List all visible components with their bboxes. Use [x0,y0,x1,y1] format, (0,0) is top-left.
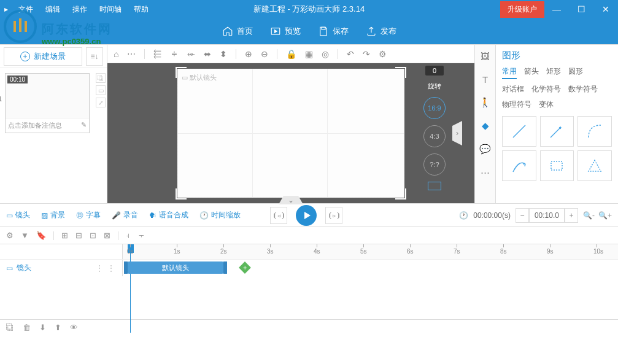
home-button[interactable]: 首页 [222,26,253,37]
target-icon[interactable]: ◎ [322,49,329,59]
time-increase[interactable]: + [565,208,578,223]
play-button[interactable] [296,205,317,226]
tl-split2-icon[interactable]: ⫟ [137,231,145,240]
copy-scene-icon[interactable]: ⿻ [96,73,106,83]
track-options-icon[interactable]: ⋮ ⋮ [96,264,116,273]
shape-triangle-dashed[interactable] [577,150,612,181]
expand-right-handle[interactable]: › [452,121,462,145]
menu-action[interactable]: 操作 [66,4,93,15]
tts-button[interactable]: 🗣语音合成 [149,210,188,220]
shape-tool-icon[interactable]: ◆ [478,118,493,133]
tl-bookmark-icon[interactable]: 🔖 [36,231,46,240]
ratio-custom[interactable]: ?:? [423,153,446,176]
cat-circle[interactable]: 圆形 [568,66,583,79]
text-tool-icon[interactable]: T [478,72,493,87]
bb-visibility-icon[interactable]: 👁 [70,323,78,332]
canvas-frame[interactable]: ▭ 默认镜头 [177,69,404,198]
cat-math[interactable]: 数学符号 [568,84,598,95]
upgrade-button[interactable]: 升级账户 [500,1,544,18]
tool-more-icon[interactable]: ⋯ [127,49,136,59]
align-left-icon[interactable]: ⬱ [153,48,161,59]
zoom-in-timeline-icon[interactable]: 🔍+ [598,211,612,220]
scene-note-input[interactable]: 点击添加备注信息 ✎ [6,118,89,133]
zoom-out-icon[interactable]: ⊖ [261,49,268,59]
character-tool-icon[interactable]: 🚶 [478,95,493,110]
tl-align3-icon[interactable]: ⊡ [90,231,96,240]
image-tool-icon[interactable]: 🖼 [478,48,493,63]
shape-rect-dashed[interactable] [540,150,574,181]
lock-icon[interactable]: 🔒 [286,49,296,59]
prev-frame-button[interactable]: ⦗◃⦘ [270,207,287,224]
align-center-icon[interactable]: ⫩ [170,49,179,59]
cat-physics[interactable]: 物理符号 [502,99,531,110]
clip-end-handle[interactable] [223,261,227,274]
bb-up-icon[interactable]: ⬆ [55,323,61,332]
tool-home-icon[interactable]: ⌂ [114,49,118,59]
zoom-in-icon[interactable]: ⊕ [245,49,252,59]
settings-icon[interactable]: ⚙ [379,49,387,59]
menu-timeline[interactable]: 时间轴 [93,4,128,15]
save-button[interactable]: 保存 [318,26,349,37]
distribute-v-icon[interactable]: ⬍ [220,49,227,59]
bb-copy-icon[interactable]: ⿻ [6,323,14,332]
chat-tool-icon[interactable]: 💬 [478,142,493,157]
camera-button[interactable]: ▭镜头 [6,210,30,220]
more-tool-icon[interactable]: ⋯ [478,165,493,180]
template-scene-icon[interactable]: ▭ [96,85,106,95]
canvas-viewport[interactable]: ▭ 默认镜头 0 旋转 16:9 4:3 ?:? › ⌄ [107,63,474,203]
caption-button[interactable]: ㊐字幕 [76,210,101,220]
time-decrease[interactable]: − [516,208,529,223]
bb-delete-icon[interactable]: 🗑 [23,323,31,332]
shape-line[interactable] [502,116,536,147]
timescale-button[interactable]: 🕐时间缩放 [199,210,241,220]
bb-down-icon[interactable]: ⬇ [39,323,46,332]
ratio-4-3[interactable]: 4:3 [423,125,446,147]
close-button[interactable]: ✕ [593,0,618,18]
tl-align2-icon[interactable]: ⊟ [75,231,82,240]
ratio-16-9[interactable]: 16:9 [423,97,446,119]
menu-edit[interactable]: 编辑 [39,4,66,15]
shape-curve[interactable] [502,150,536,181]
undo-icon[interactable]: ↶ [347,49,354,59]
frame-icon[interactable] [428,182,441,190]
tl-filter-icon[interactable]: ▼ [21,231,29,240]
tl-align4-icon[interactable]: ⊠ [104,231,110,240]
tl-settings-icon[interactable]: ⚙ [6,231,14,240]
scene-thumbnail[interactable]: 1 00:10 点击添加备注信息 ✎ [5,73,90,133]
new-scene-button[interactable]: + 新建场景 [4,47,82,66]
timeline-clip[interactable]: 默认镜头 [128,261,223,274]
cat-variant[interactable]: 变体 [539,99,554,110]
align-right-icon[interactable]: ⬰ [187,48,195,59]
record-button[interactable]: 🎤录音 [112,210,138,220]
shape-arc[interactable] [577,116,612,147]
track-label[interactable]: ▭ 镜头 ⋮ ⋮ [0,260,123,276]
timeline-ruler[interactable]: 0s 1s 2s 3s 4s 5s 6s 7s 8s 9s 10s [123,244,618,259]
redo-icon[interactable]: ↷ [363,49,370,59]
zoom-out-timeline-icon[interactable]: 🔍- [583,211,595,220]
total-time[interactable]: 00:10.0 [529,208,565,223]
shape-arrow-line[interactable] [540,116,574,147]
cat-arrow[interactable]: 箭头 [524,66,539,79]
bg-button[interactable]: ▨背景 [41,210,65,220]
maximize-button[interactable]: ☐ [569,0,593,18]
main-menu: 文件 编辑 操作 时间轴 帮助 [12,4,155,15]
cat-common[interactable]: 常用 [502,66,517,79]
cat-chem[interactable]: 化学符号 [531,84,561,95]
expand-scene-icon[interactable]: ⤢ [96,98,106,107]
add-keyframe-button[interactable] [239,261,251,274]
layers-icon[interactable]: ▦ [305,49,313,59]
cat-dialog[interactable]: 对话框 [502,84,524,95]
cat-rect[interactable]: 矩形 [546,66,561,79]
collapse-menu-icon[interactable]: ▸ [0,5,12,14]
minimize-button[interactable]: ― [544,0,569,18]
preview-button[interactable]: 预览 [270,26,301,37]
menu-help[interactable]: 帮助 [128,4,155,15]
rotate-value[interactable]: 0 [425,66,444,76]
tl-align1-icon[interactable]: ⊞ [61,231,68,240]
next-frame-button[interactable]: ⦗▹⦘ [325,207,342,224]
sort-scenes-button[interactable]: ≡↓ [86,47,103,66]
menu-file[interactable]: 文件 [12,4,39,15]
publish-button[interactable]: 发布 [366,26,396,37]
tl-split1-icon[interactable]: ⫞ [126,231,130,240]
distribute-h-icon[interactable]: ⬌ [204,49,211,59]
